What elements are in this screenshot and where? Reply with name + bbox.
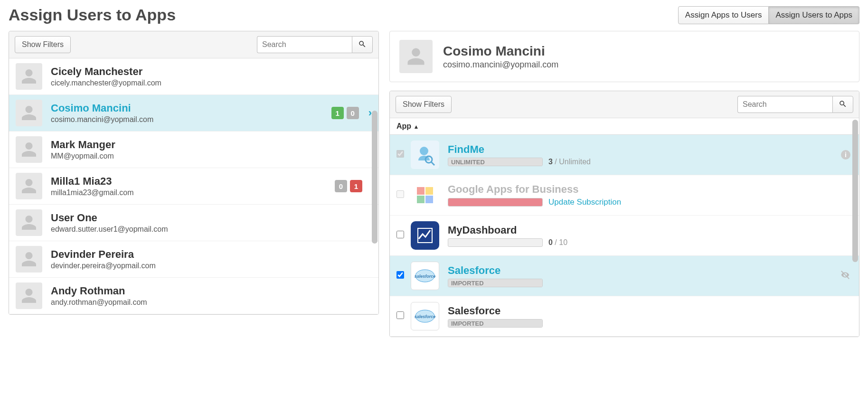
scrollbar-thumb[interactable] [372, 111, 377, 244]
usage-text: 3 / Unlimited [548, 158, 591, 166]
user-row[interactable]: Cosimo Mancini cosimo.mancini@yopmail.co… [9, 95, 378, 132]
app-icon-salesforce: salesforce [411, 302, 439, 330]
apps-search-button[interactable] [832, 96, 853, 113]
app-name: Google Apps for Business [448, 183, 852, 196]
app-checkbox[interactable] [396, 190, 404, 198]
detail-user-name: Cosimo Mancini [443, 44, 558, 59]
usage-bar: IMPORTED [448, 279, 543, 287]
svg-rect-6 [425, 196, 433, 203]
app-name: Salesforce [448, 305, 852, 317]
user-email: andy.rothman@yopmail.com [51, 298, 372, 307]
detail-user-email: cosimo.mancini@yopmail.com [443, 60, 558, 70]
user-detail-card: Cosimo Mancini cosimo.mancini@yopmail.co… [389, 31, 859, 82]
usage-bar [448, 238, 543, 247]
user-email: cicely.manchester@yopmail.com [51, 79, 372, 87]
app-name: Salesforce [448, 264, 852, 277]
scrollbar-thumb[interactable] [852, 120, 858, 262]
search-icon [358, 40, 367, 50]
user-row[interactable]: Andy Rothman andy.rothman@yopmail.com [9, 278, 378, 314]
assign-users-to-apps-toggle[interactable]: Assign Users to Apps [769, 6, 859, 24]
user-name: User One [51, 212, 372, 224]
avatar [16, 100, 42, 126]
avatar [16, 246, 42, 273]
user-name: Cosimo Mancini [51, 102, 331, 114]
avatar [16, 63, 42, 90]
hidden-icon[interactable] [840, 270, 850, 282]
user-name: Devinder Pereira [51, 248, 372, 261]
svg-text:salesforce: salesforce [415, 274, 436, 279]
user-name: Cicely Manchester [51, 66, 372, 78]
avatar [16, 282, 42, 309]
svg-rect-4 [425, 187, 433, 195]
user-row[interactable]: Devinder Pereira devinder.pereira@yopmai… [9, 241, 378, 278]
user-list: Cicely Manchester cicely.manchester@yopm… [9, 58, 378, 314]
usage-bar: IMPORTED [448, 319, 543, 328]
app-row[interactable]: MyDashboard 0 / 10 [390, 216, 859, 256]
update-subscription-link[interactable]: Update Subscription [548, 198, 621, 207]
user-name: Mark Manger [51, 139, 372, 151]
app-checkbox[interactable] [396, 271, 404, 279]
users-search-input[interactable] [257, 36, 352, 53]
svg-rect-3 [417, 187, 425, 195]
user-email: cosimo.mancini@yopmail.com [51, 115, 331, 124]
users-search-button[interactable] [352, 36, 373, 53]
app-name: MyDashboard [448, 224, 852, 236]
user-email: edward.sutter.user1@yopmail.com [51, 225, 372, 234]
badge-error: 1 [350, 180, 362, 192]
view-toggle: Assign Apps to Users Assign Users to App… [678, 6, 859, 24]
avatar [16, 209, 42, 236]
user-name: Andy Rothman [51, 285, 372, 297]
app-name: FindMe [448, 143, 852, 156]
chevron-right-icon: › [368, 107, 372, 119]
search-icon [839, 100, 847, 110]
app-list: FindMe UNLIMITED 3 / Unlimited i [390, 135, 859, 337]
avatar [399, 40, 433, 73]
usage-bar [448, 198, 543, 207]
app-checkbox[interactable] [396, 150, 404, 158]
page-title: Assign Users to Apps [9, 6, 176, 24]
badge-pending: 0 [335, 180, 347, 192]
user-email: milla1mia23@gmail.com [51, 188, 335, 197]
app-icon-google [411, 181, 439, 209]
user-row[interactable]: User One edward.sutter.user1@yopmail.com [9, 205, 378, 241]
app-column-header[interactable]: App ▲ [390, 118, 859, 135]
usage-text: 0 / 10 [548, 238, 567, 247]
user-email: devinder.pereira@yopmail.com [51, 262, 372, 270]
user-name: Milla1 Mia23 [51, 175, 335, 188]
app-row[interactable]: salesforce Salesforce IMPORTED [390, 256, 859, 296]
usage-bar: UNLIMITED [448, 158, 543, 166]
user-row[interactable]: Milla1 Mia23 milla1mia23@gmail.com 0 1 [9, 168, 378, 205]
app-icon-findme [411, 141, 439, 169]
svg-text:salesforce: salesforce [415, 314, 436, 319]
user-row[interactable]: Cicely Manchester cicely.manchester@yopm… [9, 58, 378, 95]
sort-asc-icon: ▲ [414, 123, 419, 130]
app-row[interactable]: salesforce Salesforce IMPORTED [390, 296, 859, 337]
apps-search-input[interactable] [737, 96, 832, 113]
app-row[interactable]: Google Apps for Business Update Subscrip… [390, 175, 859, 216]
svg-point-0 [420, 147, 428, 155]
app-checkbox[interactable] [396, 311, 404, 319]
svg-line-2 [431, 162, 434, 165]
avatar [16, 173, 42, 199]
user-row[interactable]: Mark Manger MM@yopmail.com [9, 132, 378, 168]
app-row[interactable]: FindMe UNLIMITED 3 / Unlimited i [390, 135, 859, 175]
show-filters-button[interactable]: Show Filters [15, 36, 71, 53]
app-checkbox[interactable] [396, 231, 404, 238]
badge-assigned: 1 [331, 107, 344, 119]
user-email: MM@yopmail.com [51, 152, 372, 160]
avatar [16, 136, 42, 163]
assign-apps-to-users-toggle[interactable]: Assign Apps to Users [678, 6, 769, 24]
app-icon-salesforce: salesforce [411, 262, 439, 290]
svg-rect-5 [417, 196, 425, 203]
info-icon[interactable]: i [841, 150, 850, 160]
badge-pending: 0 [347, 107, 359, 119]
app-icon-mydashboard [411, 221, 439, 250]
show-filters-button[interactable]: Show Filters [396, 96, 452, 113]
